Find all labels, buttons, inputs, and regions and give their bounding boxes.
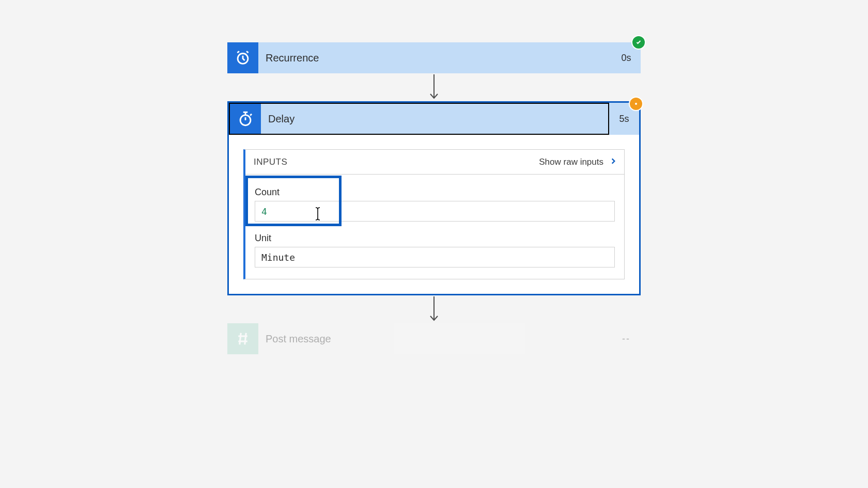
- delay-body: INPUTS Show raw inputs: [229, 135, 639, 294]
- step-duration: --: [612, 323, 641, 354]
- step-title: Recurrence: [258, 42, 612, 73]
- chevron-right-icon[interactable]: [610, 158, 617, 167]
- inputs-panel: INPUTS Show raw inputs: [243, 149, 625, 279]
- show-raw-inputs-link[interactable]: Show raw inputs: [539, 157, 603, 167]
- step-title: Post message: [258, 323, 612, 354]
- unit-label: Unit: [255, 233, 615, 244]
- inputs-heading: INPUTS: [254, 157, 287, 167]
- arrow-down-icon: [227, 295, 641, 323]
- hash-icon: [227, 323, 258, 354]
- success-badge-icon: [632, 36, 645, 49]
- step-post-message[interactable]: Post message --: [227, 323, 641, 354]
- count-label: Count: [255, 187, 615, 198]
- warning-badge-icon: [630, 98, 642, 110]
- step-title: Delay: [261, 104, 608, 134]
- unit-field[interactable]: Minute: [255, 247, 615, 267]
- unit-value: Minute: [261, 252, 295, 263]
- step-delay[interactable]: Delay 5s INPUTS Show raw inputs: [227, 101, 641, 295]
- flow-designer: Recurrence 0s: [227, 42, 641, 354]
- count-field[interactable]: 4: [255, 201, 615, 222]
- stopwatch-icon: [230, 104, 261, 134]
- arrow-down-icon: [227, 73, 641, 101]
- svg-point-1: [635, 103, 637, 105]
- alarm-clock-icon: [227, 42, 258, 73]
- svg-point-2: [240, 115, 251, 125]
- step-recurrence[interactable]: Recurrence 0s: [227, 42, 641, 73]
- count-value: 4: [261, 206, 267, 217]
